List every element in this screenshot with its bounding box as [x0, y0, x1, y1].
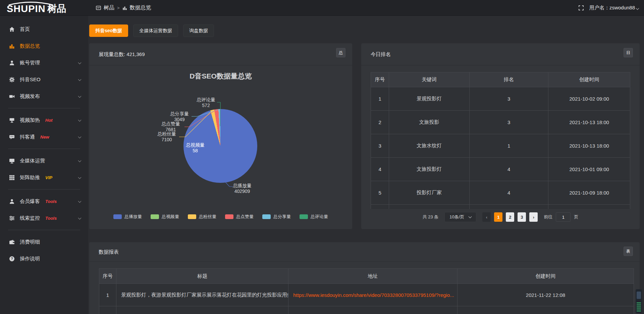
table-row: 4文旅投影灯42021-10-01 09:00: [371, 158, 630, 181]
tab-douyin-seo[interactable]: 抖音seo数据: [89, 24, 128, 37]
page-button-3[interactable]: 3: [518, 212, 526, 222]
sidebar-divider: [8, 230, 80, 230]
chevron-down-icon: [78, 159, 82, 162]
legend-chip: [113, 214, 122, 219]
breadcrumb-current: 数据总览: [130, 4, 151, 11]
topbar: SHUPIN 树品 树品 > 数据总览 用户名：zswodun88: [0, 0, 644, 16]
pie-label-likes: 总点赞量7681: [152, 121, 189, 133]
ranking-table: 序号 关键词 排名 创建时间 1景观投影灯32021-10-02 09:00 2…: [371, 72, 630, 209]
goto-label: 前往: [544, 214, 552, 220]
sidebar-item-label: 全媒体运营: [20, 158, 45, 164]
svg-text:?: ?: [11, 257, 13, 261]
chevron-down-icon: [78, 77, 82, 81]
page-button-2[interactable]: 2: [506, 212, 514, 222]
sidebar-item-matrix-boost[interactable]: 矩阵助推 VIP: [0, 169, 88, 186]
monitor-icon: [9, 158, 15, 164]
sidebar-item-label: 首页: [20, 26, 30, 33]
prev-page-button[interactable]: ‹: [482, 212, 491, 222]
report-panel-title: 数据报表: [99, 242, 119, 262]
sidebar-item-lead-monitor[interactable]: 线索监控 Tools: [0, 210, 88, 226]
legend-item-likes[interactable]: 总点赞量: [225, 214, 254, 220]
video-url-cell: https://www.iesdouyin.com/share/video/70…: [288, 284, 458, 306]
sidebar-item-consumption-detail[interactable]: 消费明细: [0, 233, 88, 250]
legend-item-plays[interactable]: 总播放量: [113, 214, 142, 220]
logo-arc-icon: [7, 1, 54, 5]
total-view-button[interactable]: 总: [336, 48, 345, 57]
table-row: 3文旅水纹灯12021-10-13 18:00: [371, 134, 630, 158]
legend-item-videos[interactable]: 总视频量: [151, 214, 179, 220]
sidebar-item-label: 矩阵助推: [20, 174, 40, 181]
sidebar-item-media-operation[interactable]: 全媒体运营: [0, 152, 88, 169]
day-view-button[interactable]: 日: [624, 48, 633, 57]
sidebar-item-doukertong[interactable]: 抖客通 New: [0, 128, 88, 145]
wallet-icon: [9, 239, 15, 245]
report-table: 序号 标题 地址 创建时间 1 景观投影灯，夜游景观投影灯厂家展示展示落花灯在花…: [99, 268, 634, 314]
chevron-down-icon: [78, 199, 82, 203]
report-panel-header: 数据报表 表: [89, 242, 640, 262]
sidebar-item-member-baoke[interactable]: 会员爆客 Tools: [0, 193, 88, 210]
ranking-panel: 今日排名 日 序号 关键词 排名 创建时间 1景观投影灯32021-10-02 …: [361, 43, 640, 229]
table-row-partial: [99, 306, 634, 314]
pie-chart-title: D音SEO数据量总览: [89, 71, 352, 81]
legend-chip: [225, 214, 233, 219]
chevron-down-icon: [78, 175, 82, 179]
sidebar-item-video-publish[interactable]: 视频发布: [0, 88, 88, 105]
trend-icon: [96, 5, 101, 10]
video-link[interactable]: https://www.iesdouyin.com/share/video/70…: [293, 292, 454, 298]
sliders-icon: [9, 215, 15, 221]
table-view-button[interactable]: 表: [624, 247, 633, 256]
vip-badge: VIP: [45, 175, 52, 180]
legend-item-fans[interactable]: 总粉丝量: [188, 214, 216, 220]
sidebar-item-label: 会员爆客: [20, 198, 40, 205]
heat-icon: [9, 117, 15, 123]
impressions-total: 展现量总数: 421,369: [99, 43, 145, 65]
tools-badge: Tools: [45, 216, 57, 221]
col-index: 序号: [99, 269, 116, 284]
page-size-select[interactable]: 10条/页: [444, 212, 476, 222]
ranking-panel-header: 今日排名 日: [361, 43, 640, 65]
table-row: 1景观投影灯32021-10-02 09:00: [371, 87, 630, 111]
sidebar-item-home[interactable]: 首页: [0, 21, 88, 38]
username-menu[interactable]: 用户名：zswodun88: [589, 5, 639, 11]
tab-media-operation[interactable]: 全媒体运营数据: [133, 24, 178, 37]
sidebar-item-label: 抖音SEO: [20, 76, 41, 83]
chat-icon: [9, 134, 15, 140]
report-panel: 数据报表 表 序号 标题 地址 创建时间 1 景观投影灯，夜游景观投影灯厂家展示…: [89, 242, 640, 314]
fullscreen-icon[interactable]: [578, 5, 584, 11]
app-logo: SHUPIN 树品: [7, 1, 66, 15]
sidebar-divider: [8, 189, 80, 190]
col-created: 创建时间: [457, 269, 634, 284]
gear-icon: [9, 76, 15, 83]
col-rank: 排名: [469, 72, 548, 87]
goto-unit: 页: [574, 214, 578, 220]
overview-panel: 展现量总数: 421,369 总 D音SEO数据量总览 总评论量572 总分享量…: [89, 43, 352, 229]
legend-chip: [300, 214, 308, 219]
widget-stripes: [637, 303, 641, 311]
sidebar-item-label: 操作说明: [20, 256, 40, 262]
next-page-button[interactable]: ›: [529, 212, 538, 222]
legend-item-comments[interactable]: 总评论量: [300, 214, 328, 220]
sidebar-item-video-heat[interactable]: 视频加热 Hot: [0, 112, 88, 128]
page-button-1[interactable]: 1: [494, 212, 502, 222]
table-row: 5投影灯厂家42021-10-09 18:00: [371, 181, 630, 205]
question-circle-icon: ?: [9, 256, 15, 262]
col-title: 标题: [116, 269, 288, 284]
col-keyword: 关键词: [389, 72, 470, 87]
bar-chart-icon: [122, 6, 127, 10]
chevron-down-icon: [636, 7, 639, 10]
breadcrumb-root[interactable]: 树品: [104, 4, 114, 11]
bar-chart-icon: [9, 43, 15, 49]
col-index: 序号: [371, 72, 389, 87]
tab-inquiry[interactable]: 询盘数据: [183, 24, 214, 37]
new-badge: New: [40, 135, 49, 140]
sidebar-item-account[interactable]: 账号管理: [0, 54, 88, 71]
sidebar-item-data-overview[interactable]: 数据总览: [0, 38, 88, 54]
pagination-total: 共 23 条: [423, 214, 439, 220]
floating-widget[interactable]: [636, 289, 642, 313]
legend-item-shares[interactable]: 总分享量: [262, 214, 291, 220]
sidebar-item-help[interactable]: ? 操作说明: [0, 250, 88, 267]
sidebar-item-douyin-seo[interactable]: 抖音SEO: [0, 71, 88, 88]
breadcrumb-separator: >: [117, 5, 120, 10]
goto-page-input[interactable]: [556, 212, 571, 222]
sidebar-item-label: 消费明细: [20, 239, 40, 245]
